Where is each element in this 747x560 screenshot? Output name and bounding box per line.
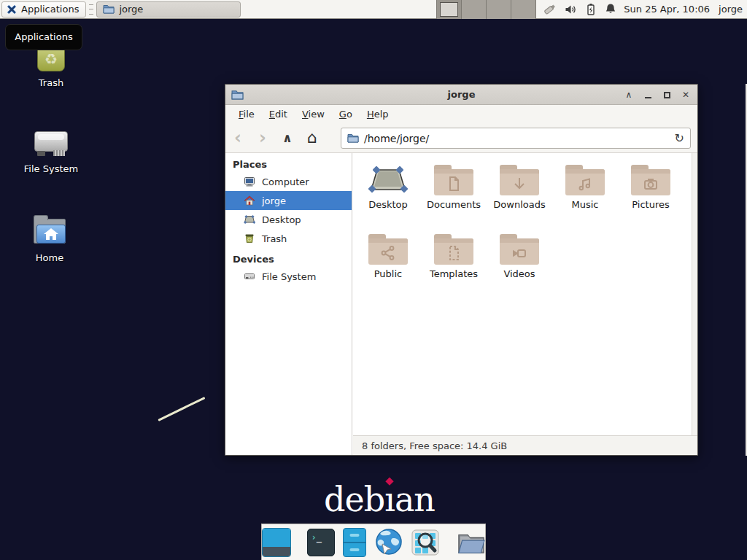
music-emblem-icon <box>576 175 594 192</box>
sidebar-item-desktop[interactable]: Desktop <box>225 210 352 229</box>
folder-templates[interactable]: Templates <box>421 232 487 290</box>
computer-icon <box>244 176 255 187</box>
folder-icon <box>631 165 670 195</box>
folder-icon <box>368 234 408 265</box>
home-button[interactable]: ⌂ <box>300 124 325 152</box>
sidebar-item-computer[interactable]: Computer <box>225 172 352 191</box>
directory-menu-launcher[interactable] <box>457 528 486 557</box>
sidebar-item-label: Trash <box>262 233 287 244</box>
desktop-icon-label: Trash <box>16 77 86 88</box>
up-button[interactable]: ∧ <box>275 124 300 152</box>
folder-label: Videos <box>487 268 552 279</box>
folder-music[interactable]: Music <box>552 163 618 221</box>
desktop-icon-file-system[interactable]: File System <box>16 124 86 174</box>
terminal-launcher[interactable]: ›_ <box>307 528 335 557</box>
menu-go[interactable]: Go <box>332 105 360 123</box>
volume-icon[interactable] <box>565 4 577 15</box>
folder-icon <box>103 4 115 15</box>
menu-edit[interactable]: Edit <box>262 105 295 123</box>
menu-file[interactable]: File <box>231 105 262 123</box>
folder-videos[interactable]: Videos <box>487 232 552 290</box>
app-finder-icon <box>411 528 441 557</box>
menu-view[interactable]: View <box>295 105 332 123</box>
sidebar-header-devices: Devices <box>233 252 352 267</box>
panel-username[interactable]: jorge <box>719 4 743 15</box>
applications-menu-button[interactable]: Applications <box>1 1 86 18</box>
desktop-icon <box>244 214 255 225</box>
folder-label: Music <box>552 199 618 210</box>
folder-documents[interactable]: Documents <box>421 163 487 221</box>
sidebar-item-label: Desktop <box>262 214 301 225</box>
wallpaper-swirl-line <box>158 397 205 421</box>
folder-pictures[interactable]: Pictures <box>618 163 684 221</box>
sidebar-item-label: jorge <box>262 195 286 206</box>
applications-tooltip: Applications <box>5 24 82 50</box>
workspace-3[interactable] <box>487 0 511 19</box>
folder-desktop[interactable]: Desktop <box>355 163 421 221</box>
folder-view[interactable]: Desktop Documents Downloads <box>353 153 697 435</box>
sidebar-item-jorge[interactable]: jorge <box>225 191 352 210</box>
shade-button[interactable]: ∧ <box>623 89 635 101</box>
workspace-1[interactable] <box>437 0 462 19</box>
hard-drive-icon <box>244 271 255 282</box>
trash-icon <box>244 233 255 244</box>
window-content: Places Computer jorge <box>225 153 697 455</box>
folder-icon <box>500 165 539 195</box>
stylus-tablet-icon[interactable] <box>542 3 557 16</box>
file-cabinet-launcher[interactable] <box>343 528 366 557</box>
taskbar-window-label: jorge <box>119 4 143 15</box>
menu-help[interactable]: Help <box>360 105 396 123</box>
desktop-icon-home[interactable]: Home <box>15 213 85 263</box>
workspace-2[interactable] <box>462 0 487 19</box>
public-emblem-icon <box>379 244 397 262</box>
applications-menu-label: Applications <box>21 4 79 15</box>
window-titlebar[interactable]: jorge ∧ ✕ <box>225 85 697 105</box>
folder-label: Documents <box>421 199 487 210</box>
documents-emblem-icon <box>445 175 462 192</box>
folder-icon <box>565 165 605 195</box>
desktop-icon-label: File System <box>16 163 86 174</box>
taskbar-window-button[interactable]: jorge <box>96 1 241 18</box>
status-text: 8 folders, Free space: 14.4 GiB <box>362 440 507 451</box>
folder-icon <box>434 234 473 265</box>
open-folder-icon <box>457 529 486 556</box>
panel-clock[interactable]: Sun 25 Apr, 10:06 <box>624 4 710 15</box>
menu-bar: File Edit View Go Help <box>225 105 697 123</box>
show-desktop-launcher[interactable] <box>262 528 291 557</box>
templates-emblem-icon <box>445 244 462 262</box>
folder-label: Downloads <box>487 199 552 210</box>
forward-button[interactable]: › <box>250 125 275 151</box>
toolbar: ‹ › ∧ ⌂ /home/jorge/ ↻ <box>225 123 697 153</box>
battery-charging-icon[interactable] <box>585 3 597 15</box>
bottom-dock: ›_ <box>261 524 486 560</box>
path-input[interactable]: /home/jorge/ <box>364 133 670 144</box>
downloads-emblem-icon <box>511 175 528 192</box>
maximize-button[interactable] <box>661 89 673 101</box>
sidebar-item-file-system[interactable]: File System <box>225 267 352 286</box>
folder-downloads[interactable]: Downloads <box>487 163 552 221</box>
applications-menu-icon <box>6 4 18 15</box>
globe-browser-icon <box>374 528 403 557</box>
workspace-switcher <box>436 0 536 19</box>
house-glyph-icon <box>42 227 60 241</box>
sidebar-item-label: Computer <box>262 176 309 187</box>
close-button[interactable]: ✕ <box>680 89 692 101</box>
debian-logo: debıan <box>321 480 438 519</box>
top-panel: Applications jorge <box>0 0 747 19</box>
status-bar: 8 folders, Free space: 14.4 GiB <box>353 435 697 455</box>
notifications-bell-icon[interactable] <box>605 3 616 15</box>
folder-public[interactable]: Public <box>355 232 421 290</box>
pictures-emblem-icon <box>642 175 659 192</box>
web-browser-launcher[interactable] <box>374 528 403 557</box>
minimize-button[interactable] <box>642 89 654 101</box>
path-bar[interactable]: /home/jorge/ ↻ <box>341 128 691 149</box>
sidebar-item-trash[interactable]: Trash <box>225 229 352 248</box>
reload-icon[interactable]: ↻ <box>675 131 684 145</box>
workspace-4[interactable] <box>511 0 536 19</box>
home-icon <box>244 195 255 206</box>
application-finder-launcher[interactable] <box>411 528 441 557</box>
file-cabinet-icon <box>343 528 366 557</box>
taskbar-grip-handle[interactable] <box>88 4 94 15</box>
back-button[interactable]: ‹ <box>225 125 250 151</box>
system-tray <box>542 3 616 16</box>
